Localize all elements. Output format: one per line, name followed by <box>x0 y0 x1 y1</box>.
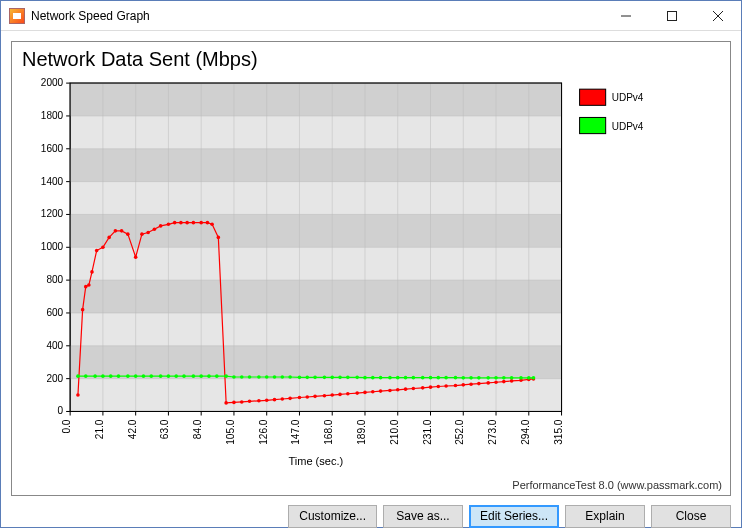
svg-point-198 <box>412 376 416 380</box>
svg-text:0.0: 0.0 <box>61 419 72 433</box>
svg-point-132 <box>338 393 342 397</box>
svg-point-182 <box>280 375 284 379</box>
svg-point-142 <box>421 386 425 390</box>
svg-point-119 <box>232 401 236 405</box>
customize-button[interactable]: Customize... <box>288 505 377 528</box>
svg-point-181 <box>273 375 277 379</box>
svg-point-189 <box>338 375 342 379</box>
svg-point-124 <box>273 398 277 402</box>
svg-point-102 <box>120 229 124 233</box>
svg-point-194 <box>379 376 383 380</box>
svg-rect-214 <box>580 89 606 105</box>
svg-point-191 <box>355 375 359 379</box>
svg-point-169 <box>174 374 178 378</box>
svg-point-160 <box>101 374 105 378</box>
svg-text:800: 800 <box>46 274 63 285</box>
svg-point-146 <box>454 384 458 388</box>
svg-text:189.0: 189.0 <box>356 419 367 445</box>
svg-text:252.0: 252.0 <box>454 419 465 445</box>
app-window: Network Speed Graph Network Data Sent (M… <box>0 0 742 528</box>
svg-point-185 <box>305 375 309 379</box>
svg-point-193 <box>371 376 375 380</box>
svg-point-199 <box>421 376 425 380</box>
svg-point-207 <box>486 376 490 380</box>
svg-point-103 <box>126 232 130 236</box>
svg-rect-7 <box>70 214 561 247</box>
svg-point-168 <box>167 374 171 378</box>
save-as-button[interactable]: Save as... <box>383 505 463 528</box>
button-bar: Customize... Save as... Edit Series... E… <box>11 496 731 528</box>
svg-point-178 <box>248 375 252 379</box>
svg-point-127 <box>298 396 302 400</box>
svg-point-128 <box>305 395 309 399</box>
svg-text:0: 0 <box>58 405 64 416</box>
svg-point-163 <box>126 374 130 378</box>
svg-point-201 <box>436 376 440 380</box>
svg-point-138 <box>388 389 392 393</box>
svg-text:1200: 1200 <box>41 208 64 219</box>
explain-button[interactable]: Explain <box>565 505 645 528</box>
edit-series-button[interactable]: Edit Series... <box>469 505 559 528</box>
svg-point-112 <box>185 221 189 225</box>
svg-point-108 <box>159 224 163 228</box>
svg-point-200 <box>429 376 433 380</box>
svg-point-135 <box>363 391 367 395</box>
svg-point-137 <box>379 389 383 393</box>
svg-rect-9 <box>70 83 561 116</box>
svg-point-94 <box>81 308 85 312</box>
svg-point-114 <box>199 221 203 225</box>
svg-point-117 <box>217 236 221 240</box>
svg-point-177 <box>240 375 244 379</box>
svg-point-97 <box>90 270 94 274</box>
svg-text:1000: 1000 <box>41 241 64 252</box>
chart-panel: Network Data Sent (Mbps) 020040060080010… <box>11 41 731 496</box>
minimize-button[interactable] <box>603 1 649 31</box>
svg-point-204 <box>461 376 465 380</box>
svg-point-176 <box>232 375 236 379</box>
svg-text:126.0: 126.0 <box>258 419 269 445</box>
svg-point-208 <box>494 376 498 380</box>
svg-text:168.0: 168.0 <box>323 419 334 445</box>
svg-point-179 <box>257 375 261 379</box>
svg-point-95 <box>84 285 88 289</box>
svg-point-166 <box>149 374 153 378</box>
svg-point-144 <box>436 385 440 389</box>
client-area: Network Data Sent (Mbps) 020040060080010… <box>1 31 741 528</box>
svg-point-134 <box>355 391 359 395</box>
svg-text:Time (sec.): Time (sec.) <box>288 455 343 467</box>
svg-point-197 <box>404 376 408 380</box>
close-button[interactable]: Close <box>651 505 731 528</box>
svg-point-121 <box>248 399 252 403</box>
svg-point-147 <box>461 383 465 387</box>
svg-text:273.0: 273.0 <box>487 419 498 445</box>
titlebar[interactable]: Network Speed Graph <box>1 1 741 31</box>
svg-rect-6 <box>70 280 561 313</box>
svg-point-172 <box>199 374 203 378</box>
svg-point-209 <box>502 376 506 380</box>
svg-point-130 <box>323 394 327 398</box>
footer-credit: PerformanceTest 8.0 (www.passmark.com) <box>20 477 722 491</box>
svg-text:2000: 2000 <box>41 77 64 88</box>
svg-point-116 <box>210 222 214 226</box>
svg-point-129 <box>313 395 317 399</box>
svg-point-188 <box>330 375 334 379</box>
maximize-button[interactable] <box>649 1 695 31</box>
svg-point-192 <box>363 376 367 380</box>
svg-point-187 <box>323 375 327 379</box>
close-window-button[interactable] <box>695 1 741 31</box>
svg-text:21.0: 21.0 <box>94 419 105 439</box>
svg-point-161 <box>109 374 113 378</box>
svg-point-139 <box>396 388 400 392</box>
svg-point-115 <box>206 221 210 225</box>
svg-point-136 <box>371 390 375 394</box>
svg-point-180 <box>265 375 269 379</box>
svg-text:600: 600 <box>46 307 63 318</box>
svg-point-93 <box>76 393 80 397</box>
svg-point-167 <box>159 374 163 378</box>
svg-point-122 <box>257 399 261 403</box>
svg-point-126 <box>288 397 292 401</box>
svg-point-107 <box>153 227 157 231</box>
svg-point-148 <box>469 382 473 386</box>
svg-point-105 <box>140 232 144 236</box>
svg-point-113 <box>192 221 196 225</box>
